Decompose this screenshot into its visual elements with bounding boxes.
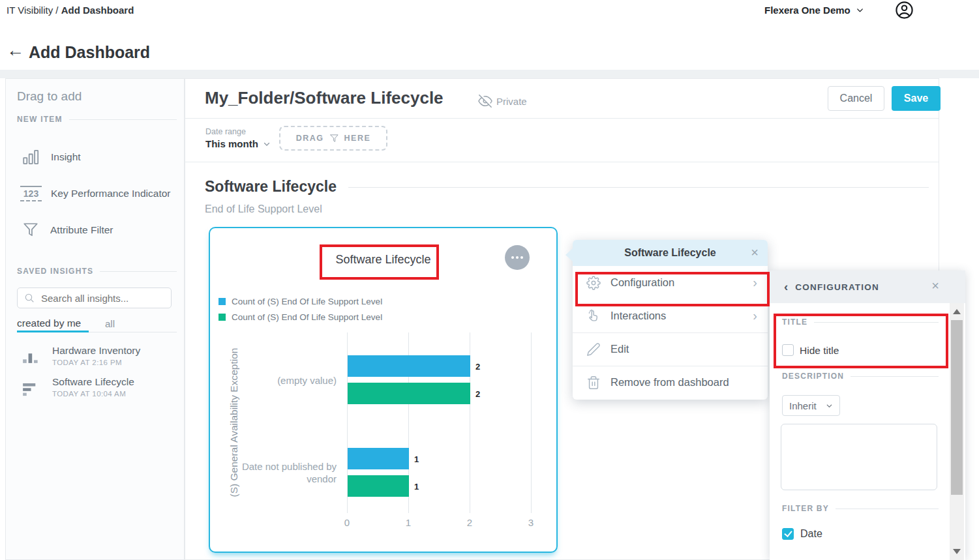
page-title: Add Dashboard (29, 43, 150, 62)
chart-bar (348, 448, 409, 469)
menu-item-configuration[interactable]: Configuration › (573, 266, 768, 299)
panel-scrollbar (950, 303, 964, 560)
section-rule (348, 187, 929, 188)
insight-title: Hardware Inventory (52, 345, 140, 357)
section-subtitle: End of Life Support Level (205, 203, 322, 215)
account-icon (895, 1, 914, 20)
sidebar-item-insight[interactable]: Insight (17, 141, 177, 173)
sidebar-item-kpi[interactable]: 123 Key Performance Indicator (17, 178, 177, 209)
cancel-button[interactable]: Cancel (828, 86, 884, 111)
sidebar-item-attribute-filter[interactable]: Attribute Filter (17, 214, 177, 246)
sidebar-item-label: Attribute Filter (50, 224, 113, 236)
insight-search (17, 287, 172, 308)
breadcrumb-separator: / (55, 5, 58, 16)
funnel-icon (22, 222, 39, 239)
chevron-down-icon (856, 6, 864, 14)
sidebar-item-label: Insight (51, 151, 81, 163)
tab-created-by-me[interactable]: created by me (17, 317, 81, 329)
tab-all[interactable]: all (105, 318, 115, 329)
drag-filter-dropzone[interactable]: DRAG HERE (279, 126, 387, 151)
breadcrumb-current: Add Dashboard (61, 5, 134, 16)
save-button[interactable]: Save (892, 86, 941, 111)
header-divider (0, 70, 979, 78)
list-item-hardware-inventory[interactable]: Hardware Inventory TODAY AT 2:16 PM (17, 345, 177, 375)
scrollbar-thumb[interactable] (951, 320, 963, 495)
inherit-select[interactable]: Inherit (782, 395, 840, 416)
hand-tap-icon (586, 309, 601, 323)
close-icon[interactable]: × (751, 245, 759, 260)
123-icon: 123 (20, 186, 42, 201)
hide-title-label: Hide title (800, 345, 839, 357)
divider (185, 162, 939, 162)
drag-word: DRAG (296, 134, 324, 143)
close-icon[interactable]: × (931, 278, 939, 293)
date-filter-checkbox[interactable] (782, 528, 794, 540)
configuration-panel: ‹ CONFIGURATION × TITLE Hide title DESCR… (770, 271, 965, 560)
x-gridline (531, 332, 532, 513)
date-range-label: Date range (205, 127, 246, 136)
chevron-right-icon: › (753, 275, 757, 290)
chart-bar (348, 383, 470, 404)
configuration-panel-header: ‹ CONFIGURATION × (770, 271, 965, 303)
menu-item-label: Configuration (610, 276, 674, 289)
menu-item-label: Interactions (610, 310, 666, 322)
date-filter-label: Date (800, 528, 822, 540)
cancel-label: Cancel (840, 93, 873, 104)
account-button[interactable] (895, 1, 914, 20)
menu-item-interactions[interactable]: Interactions › (573, 299, 768, 332)
breadcrumb-parent-link[interactable]: IT Visibility (7, 5, 53, 16)
x-tick-label: 0 (331, 517, 363, 528)
divider (185, 118, 939, 119)
search-input[interactable] (40, 292, 166, 304)
category-label: (empty value) (222, 374, 337, 386)
list-item-software-lifecycle[interactable]: Software Lifecycle TODAY AT 10:04 AM (17, 376, 177, 406)
description-section-label: DESCRIPTION (782, 372, 939, 381)
insight-title: Software Lifecycle (52, 376, 134, 388)
page: IT Visibility / Add Dashboard Flexera On… (0, 0, 979, 560)
x-tick-label: 1 (392, 517, 425, 528)
context-menu-header: Software Lifecycle × (573, 240, 768, 266)
back-chevron-icon[interactable]: ‹ (784, 280, 788, 294)
section-title: Software Lifecycle (205, 178, 337, 196)
chevron-down-icon (263, 140, 271, 148)
funnel-icon (329, 134, 339, 143)
row-chart-icon (22, 381, 40, 406)
description-textarea[interactable] (781, 424, 937, 490)
here-word: HERE (344, 134, 371, 143)
dashboard-title: My_Folder/Software Lifecycle (205, 88, 444, 108)
menu-item-label: Edit (610, 343, 629, 355)
x-tick-label: 2 (453, 517, 486, 528)
chevron-down-icon (826, 402, 833, 409)
column-chart-icon (22, 350, 40, 375)
inherit-value: Inherit (789, 400, 817, 411)
date-range-select[interactable]: This month (205, 138, 271, 149)
context-menu-title: Software Lifecycle (624, 247, 716, 259)
scroll-down-button[interactable] (953, 549, 961, 554)
topbar: IT Visibility / Add Dashboard Flexera On… (0, 0, 979, 21)
org-menu-label: Flexera One Demo (764, 5, 851, 16)
scroll-up-button[interactable] (953, 309, 961, 314)
chart-bar (348, 355, 470, 377)
chart-bar (348, 475, 409, 497)
eye-off-icon (478, 94, 492, 108)
trash-icon (586, 376, 601, 390)
sidebar-item-label: Key Performance Indicator (51, 188, 171, 199)
sidebar: Drag to add NEW ITEM Insight 123 Key Per… (5, 78, 185, 560)
widget-context-menu: Software Lifecycle × Configuration › Int… (573, 240, 768, 400)
insight-time: TODAY AT 10:04 AM (52, 390, 134, 398)
menu-item-remove[interactable]: Remove from dashboard (573, 366, 768, 399)
org-menu[interactable]: Flexera One Demo (764, 5, 864, 16)
back-button[interactable]: ← (7, 40, 24, 61)
bar-value-label: 1 (414, 454, 419, 464)
hide-title-checkbox[interactable] (782, 344, 794, 356)
privacy-label: Private (496, 96, 527, 107)
insight-time: TODAY AT 2:16 PM (52, 359, 140, 366)
insight-widget-card[interactable]: Software Lifecycle Count of (S) End Of L… (209, 227, 558, 553)
bar-chart-icon (22, 149, 40, 166)
pencil-icon (586, 342, 601, 357)
save-label: Save (904, 93, 928, 104)
context-menu-pointer (565, 248, 573, 261)
bar-value-label: 1 (414, 481, 419, 491)
title-section-label: TITLE (782, 317, 939, 327)
menu-item-edit[interactable]: Edit (573, 332, 768, 366)
